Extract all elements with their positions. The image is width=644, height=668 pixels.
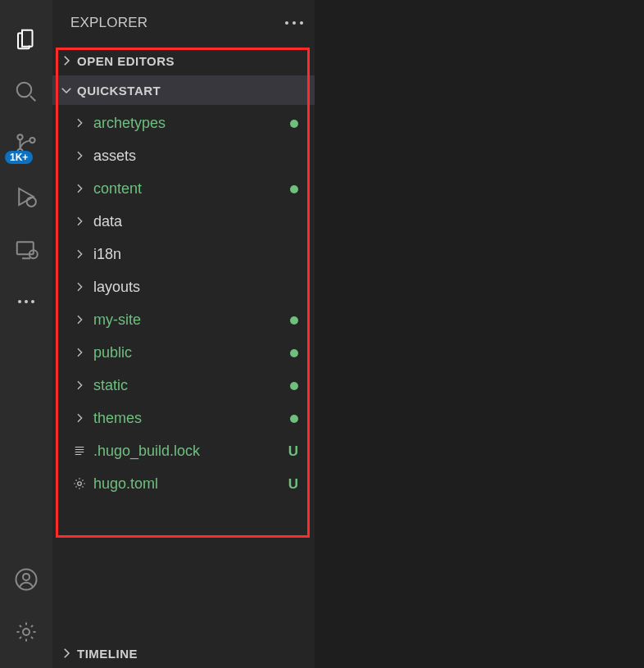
- file-tree: archetypesassetscontentdatai18nlayoutsmy…: [52, 105, 315, 668]
- folder-item[interactable]: content: [52, 172, 315, 205]
- git-modified-dot-icon: [290, 180, 298, 198]
- explorer-title: EXPLORER: [70, 15, 147, 31]
- folder-item[interactable]: my-site: [52, 303, 315, 336]
- workspace-label: QUICKSTART: [77, 84, 161, 98]
- git-modified-dot-icon: [290, 344, 298, 361]
- svg-point-9: [23, 629, 29, 635]
- overflow-activity-icon[interactable]: [0, 275, 52, 328]
- file-item[interactable]: .hugo_build.lockU: [52, 434, 315, 467]
- open-editors-label: OPEN EDITORS: [77, 54, 175, 68]
- svg-point-10: [78, 482, 82, 486]
- tree-item-label: archetypes: [93, 115, 166, 132]
- svg-point-8: [23, 574, 29, 580]
- chevron-right-icon: [70, 379, 88, 392]
- file-lines-icon: [70, 443, 88, 458]
- chevron-right-icon: [70, 182, 88, 195]
- git-modified-dot-icon: [290, 115, 298, 132]
- timeline-label: TIMELINE: [77, 647, 138, 661]
- activity-bar: 1K+: [0, 0, 52, 668]
- workspace-section[interactable]: QUICKSTART: [52, 75, 315, 105]
- explorer-activity-icon[interactable]: [0, 13, 52, 66]
- tree-item-label: layouts: [93, 279, 140, 296]
- svg-point-1: [17, 134, 22, 139]
- folder-item[interactable]: archetypes: [52, 107, 315, 139]
- timeline-section[interactable]: TIMELINE: [52, 638, 315, 668]
- tree-item-label: static: [93, 377, 128, 394]
- tree-item-label: themes: [93, 410, 142, 427]
- git-modified-dot-icon: [290, 410, 298, 427]
- tree-item-label: public: [93, 344, 132, 361]
- gear-icon: [70, 476, 88, 491]
- chevron-right-icon: [70, 280, 88, 293]
- folder-item[interactable]: i18n: [52, 238, 315, 270]
- explorer-panel: EXPLORER OPEN EDITORS QUICKSTART archety…: [52, 0, 315, 668]
- svg-rect-5: [17, 242, 34, 254]
- git-modified-dot-icon: [290, 377, 298, 394]
- svg-point-3: [29, 138, 34, 143]
- chevron-right-icon: [59, 646, 74, 661]
- chevron-right-icon: [70, 215, 88, 228]
- git-untracked-badge: U: [288, 443, 298, 460]
- tree-item-label: assets: [93, 148, 136, 165]
- chevron-right-icon: [59, 53, 74, 68]
- chevron-right-icon: [70, 411, 88, 425]
- debug-activity-icon[interactable]: [0, 170, 52, 223]
- tree-item-label: .hugo_build.lock: [93, 443, 200, 460]
- folder-item[interactable]: public: [52, 336, 315, 369]
- scm-activity-icon[interactable]: 1K+: [0, 118, 52, 170]
- git-modified-dot-icon: [290, 311, 298, 329]
- open-editors-section[interactable]: OPEN EDITORS: [52, 46, 315, 75]
- scm-badge: 1K+: [5, 151, 33, 164]
- tree-item-label: content: [93, 180, 142, 198]
- chevron-right-icon: [70, 346, 88, 359]
- account-activity-icon[interactable]: [0, 553, 52, 606]
- editor-area: [315, 0, 644, 668]
- git-untracked-badge: U: [288, 475, 298, 493]
- svg-point-0: [17, 83, 32, 98]
- chevron-down-icon: [59, 83, 74, 98]
- explorer-header: EXPLORER: [52, 0, 315, 46]
- file-item[interactable]: hugo.tomlU: [52, 467, 315, 500]
- settings-activity-icon[interactable]: [0, 606, 52, 658]
- activity-bottom-group: [0, 553, 52, 658]
- chevron-right-icon: [70, 313, 88, 326]
- folder-item[interactable]: static: [52, 369, 315, 402]
- chevron-right-icon: [70, 116, 88, 130]
- folder-item[interactable]: layouts: [52, 270, 315, 303]
- folder-item[interactable]: themes: [52, 402, 315, 434]
- tree-item-label: my-site: [93, 311, 141, 329]
- folder-item[interactable]: assets: [52, 139, 315, 172]
- tree-item-label: hugo.toml: [93, 475, 158, 493]
- search-activity-icon[interactable]: [0, 66, 52, 118]
- folder-item[interactable]: data: [52, 205, 315, 238]
- remote-activity-icon[interactable]: [0, 223, 52, 275]
- tree-item-label: data: [93, 213, 122, 230]
- explorer-more-icon[interactable]: [285, 21, 303, 25]
- tree-item-label: i18n: [93, 246, 121, 263]
- chevron-right-icon: [70, 248, 88, 261]
- chevron-right-icon: [70, 149, 88, 162]
